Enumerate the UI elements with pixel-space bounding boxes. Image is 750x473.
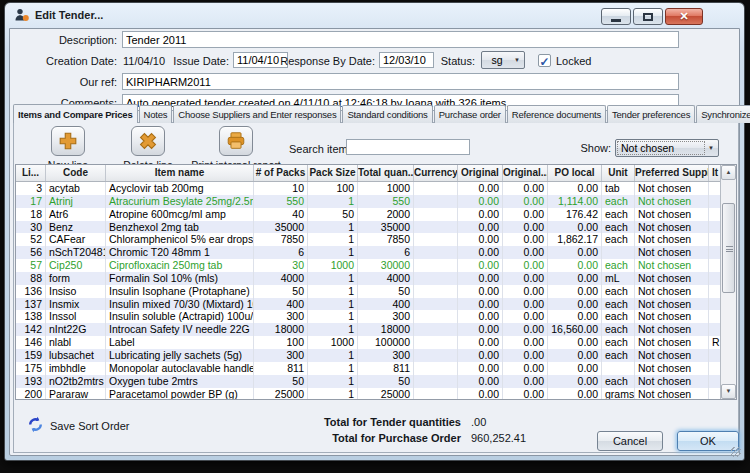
cell-item: Insulin soluble (Actrapid) 100u/ml inj [106, 310, 254, 323]
cell-code: Insiso [46, 285, 106, 298]
column-header-code[interactable]: Code [46, 165, 106, 181]
cell-item: Insulin Isophane (Protaphane) 100u/ml [106, 285, 254, 298]
cell-original2: 0.00 [503, 298, 548, 311]
locked-label: Locked [556, 55, 591, 67]
scroll-down-button[interactable]: ▼ [721, 384, 736, 399]
cell-po_local: 0.00 [548, 298, 602, 311]
table-row[interactable]: 142nInt22GIntrocan Safety IV needle 22G1… [16, 323, 736, 336]
table-row[interactable]: 146nlablLabel10010001000000.000.000.00ea… [16, 336, 736, 349]
response-by-date-label: Response By Date: [267, 55, 375, 67]
cell-pack_size: 1 [308, 233, 358, 246]
column-header-total_qty[interactable]: Total quan... [358, 165, 414, 181]
table-row[interactable]: 56nSchT20481Chromic T20 48mm 16160.000.0… [16, 246, 736, 259]
table-row[interactable]: 159lubsachetLubricating jelly sachets (5… [16, 349, 736, 362]
column-header-currency[interactable]: Currency [414, 165, 458, 181]
cell-po_local: 0.00 [548, 285, 602, 298]
table-row[interactable]: 52CAFearChloramphenicol 5% ear drops7850… [16, 233, 736, 246]
table-row[interactable]: 57Cip250Ciprofloxacin 250mg tab301000300… [16, 259, 736, 272]
cell-total_qty: 4000 [358, 272, 414, 285]
cell-po_local: 1,114.00 [548, 195, 602, 208]
table-row[interactable]: 30BenzBenzhexol 2mg tab350001350000.000.… [16, 221, 736, 234]
cell-original: 0.00 [458, 221, 503, 234]
table-row[interactable]: 18Atr6Atropine 600mcg/ml amp405020000.00… [16, 208, 736, 221]
table-row[interactable]: 3acytabAcyclovir tab 200mg1010010000.000… [16, 182, 736, 195]
column-header-unit[interactable]: Unit [602, 165, 635, 181]
tab-tender-preferences[interactable]: Tender preferences [607, 105, 695, 123]
cell-unit: each [602, 259, 635, 272]
cell-currency [414, 298, 458, 311]
cell-original2: 0.00 [503, 272, 548, 285]
cell-item: Monopolar autoclavable handle with s [106, 362, 254, 375]
scrollbar-thumb[interactable] [722, 203, 735, 293]
description-input[interactable] [122, 31, 679, 48]
cell-line: 17 [16, 195, 46, 208]
cell-unit: each [602, 323, 635, 336]
locked-checkbox[interactable]: ✓ [538, 54, 551, 67]
table-row[interactable]: 193nO2tb2mtrsOxygen tube 2mtrs501500.000… [16, 375, 736, 388]
cell-preferred: Not chosen [635, 388, 709, 401]
cell-code: Inssol [46, 310, 106, 323]
column-header-original2[interactable]: Original... [503, 165, 548, 181]
column-header-original[interactable]: Original [458, 165, 503, 181]
column-header-item[interactable]: Item name [106, 165, 254, 181]
table-row[interactable]: 175imbhdleMonopolar autoclavable handle … [16, 362, 736, 375]
tab-items-and-compare-prices[interactable]: Items and Compare Prices [13, 104, 138, 123]
cell-po_local: 1,862.17 [548, 233, 602, 246]
maximize-button[interactable] [633, 8, 663, 25]
tab-choose-suppliers-and-enter-responses[interactable]: Choose Suppliers and Enter responses [173, 105, 341, 123]
cell-line: 137 [16, 298, 46, 311]
cell-original: 0.00 [458, 285, 503, 298]
cell-currency [414, 336, 458, 349]
status-dropdown[interactable]: sg ▼ [481, 51, 525, 69]
cell-preferred: Not chosen [635, 362, 709, 375]
cell-original2: 0.00 [503, 375, 548, 388]
column-header-po_local[interactable]: PO local [548, 165, 602, 181]
description-label: Description: [11, 34, 117, 46]
tab-notes[interactable]: Notes [139, 105, 173, 123]
tab-reference-documents[interactable]: Reference documents [507, 105, 606, 123]
table-row[interactable]: 200PararawParacetamol powder BP (g)25000… [16, 388, 736, 401]
our-ref-input[interactable] [122, 73, 679, 90]
table-row[interactable]: 136InsisoInsulin Isophane (Protaphane) 1… [16, 285, 736, 298]
print-internal-report-button[interactable] [219, 126, 253, 156]
cell-preferred: Not chosen [635, 298, 709, 311]
table-row[interactable]: 137InsmixInsulin mixed 70/30 (Mixtard) 1… [16, 298, 736, 311]
minimize-button[interactable] [601, 8, 631, 25]
column-header-line[interactable]: Li... [16, 165, 46, 181]
title-bar[interactable]: Edit Tender... ✕ [5, 3, 744, 28]
cell-line: 146 [16, 336, 46, 349]
cell-packs: 50 [254, 285, 308, 298]
scroll-up-button[interactable]: ▲ [721, 165, 736, 180]
search-items-input[interactable] [346, 139, 470, 155]
show-dropdown[interactable]: Not chosen ▼ [615, 139, 719, 157]
table-row[interactable]: 138InssolInsulin soluble (Actrapid) 100u… [16, 310, 736, 323]
close-button[interactable]: ✕ [665, 8, 703, 25]
cell-item: Atracurium Besylate 25mg/2.5mls amp [106, 195, 254, 208]
cell-packs: 35000 [254, 221, 308, 234]
cell-currency [414, 310, 458, 323]
table-row[interactable]: 17AtrinjAtracurium Besylate 25mg/2.5mls … [16, 195, 736, 208]
tab-purchase-order[interactable]: Purchase order [434, 105, 506, 123]
cancel-button[interactable]: Cancel [597, 431, 663, 451]
tab-standard-conditions[interactable]: Standard conditions [342, 105, 432, 123]
save-sort-order-button[interactable]: Save Sort Order [50, 420, 129, 432]
tab-synchronize[interactable]: Synchronize [696, 105, 750, 123]
cell-line: 200 [16, 388, 46, 401]
cell-code: Atrinj [46, 195, 106, 208]
resize-grip[interactable] [731, 447, 741, 457]
chevron-down-icon: ▼ [706, 145, 718, 151]
tender-items-table: Li...CodeItem name# of PacksPack SizeTot… [15, 164, 737, 400]
ok-button[interactable]: OK [677, 431, 739, 451]
table-row[interactable]: 88formFormalin Sol 10% (mls)4000140000.0… [16, 272, 736, 285]
cell-unit: each [602, 285, 635, 298]
column-header-packs[interactable]: # of Packs [254, 165, 308, 181]
delete-line-button[interactable] [131, 126, 165, 156]
column-header-preferred[interactable]: Preferred Supplier [635, 165, 709, 181]
cell-pack_size: 1 [308, 375, 358, 388]
cell-po_local: 0.00 [548, 336, 602, 349]
new-line-button[interactable] [51, 126, 85, 156]
vertical-scrollbar[interactable]: ▲ ▼ [720, 165, 736, 399]
cell-code: imbhdle [46, 362, 106, 375]
column-header-pack_size[interactable]: Pack Size [308, 165, 358, 181]
cell-item: Insulin mixed 70/30 (Mixtard) 100u/ml in [106, 298, 254, 311]
